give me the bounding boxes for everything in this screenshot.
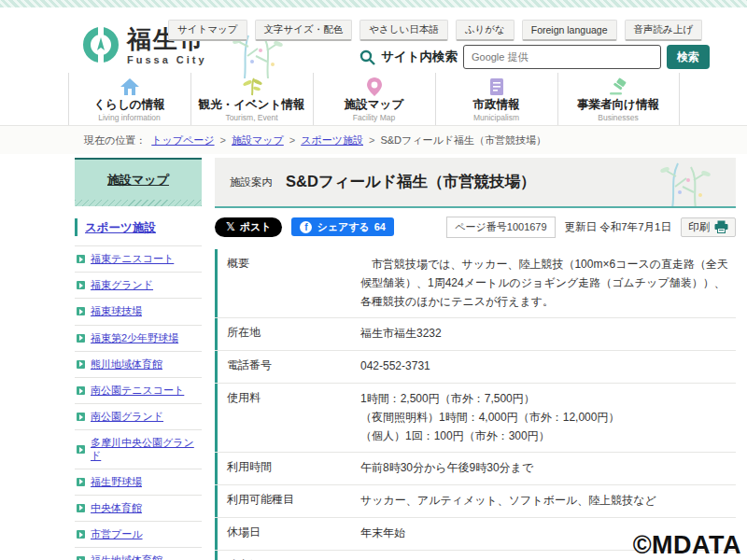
breadcrumb-link-facility-map[interactable]: 施設マップ: [232, 133, 284, 147]
sidebar-facility-item[interactable]: 南公園グランド: [75, 404, 202, 430]
utility-link[interactable]: Foreign language: [522, 20, 617, 41]
breadcrumb-link-sports[interactable]: スポーツ施設: [301, 133, 363, 147]
facility-row-label: 電話番号: [215, 351, 351, 383]
sidebar-facility-link[interactable]: 南公園グランド: [91, 411, 163, 423]
city-name-en: Fussa City: [127, 54, 207, 65]
sidebar-facility-item[interactable]: 福東テニスコート: [75, 246, 202, 273]
sidebar-facility-item[interactable]: 中央体育館: [75, 496, 202, 522]
printer-icon: [714, 220, 728, 233]
utility-link[interactable]: サイトマップ: [168, 20, 247, 41]
gavel-icon: [608, 77, 628, 96]
print-label: 印刷: [688, 220, 710, 234]
nav-item-business[interactable]: 事業者向け情報 Businesses: [557, 73, 680, 125]
sidebar-facility-link[interactable]: 福東第2少年野球場: [91, 332, 178, 344]
breadcrumb-link-home[interactable]: トップページ: [151, 133, 214, 147]
facility-row-label: 所在地: [215, 318, 351, 350]
sidebar-facility-item[interactable]: 福東第2少年野球場: [75, 326, 202, 352]
content-area: 施設マップ スポーツ施設 福東テニスコート 福東グランド 福東球技場 福東第2少…: [0, 154, 747, 560]
facility-row-value-line: 福生市福生3232: [360, 325, 732, 343]
nav-label: 市政情報: [473, 97, 520, 113]
utility-link[interactable]: ふりがな: [456, 20, 514, 41]
page: 福生市 Fussa City サイトマップ 文字サイズ・配色 やさしい日本語 ふ…: [0, 0, 747, 560]
nav-item-municipal[interactable]: 市政情報 Municipalism: [435, 73, 557, 125]
sidebar-header-label[interactable]: 施設マップ: [107, 173, 169, 187]
square-arrow-icon: [77, 386, 85, 395]
facility-row-label: 利用時間: [215, 453, 351, 484]
breadcrumb-separator: >: [289, 134, 295, 146]
sidebar-facility-item[interactable]: 市営プール: [75, 522, 202, 548]
sidebar-facility-link[interactable]: 福東グランド: [91, 279, 153, 291]
print-button[interactable]: 印刷: [681, 217, 736, 237]
sidebar-facility-item[interactable]: 多摩川中央公園グランド: [75, 430, 202, 469]
share-row: 𝕏 ポスト f シェアする 64 ページ番号1001679 更新日 令和7年7月…: [215, 217, 736, 237]
search-icon: [359, 49, 375, 65]
utility-link[interactable]: 音声読み上げ: [625, 20, 703, 41]
sidebar-facility-link[interactable]: 市営プール: [91, 528, 143, 540]
sidebar-facility-link[interactable]: 福東テニスコート: [91, 253, 174, 265]
nav-item-facility-map[interactable]: 施設マップ Facility Map: [313, 73, 435, 125]
sidebar-facility-link[interactable]: 熊川地域体育館: [91, 358, 162, 371]
sidebar-header[interactable]: 施設マップ: [75, 158, 202, 200]
facility-row-value-line: 市営競技場では、サッカー、陸上競技（100m×6コースの直走路（全天候型舗装）、…: [360, 256, 732, 311]
site-search: サイト内検索 検索: [359, 45, 710, 69]
square-arrow-icon: [77, 281, 85, 289]
sidebar-facility-link[interactable]: 多摩川中央公園グランド: [91, 437, 202, 461]
breadcrumb-separator: >: [369, 134, 374, 146]
search-input[interactable]: [463, 45, 661, 69]
breadcrumb-separator: >: [220, 134, 226, 146]
facility-table-row: 電話番号 042-552-3731: [215, 351, 736, 384]
sidebar-facility-link[interactable]: 福生野球場: [91, 476, 142, 488]
watermark: ©MDATA: [633, 531, 741, 560]
x-post-button[interactable]: 𝕏 ポスト: [215, 217, 282, 237]
sidebar-facility-item[interactable]: 福東グランド: [75, 273, 202, 299]
page-title-box: 施設案内 S&Dフィールド福生（市営競技場）: [215, 158, 736, 208]
facility-table-row: 概要 市営競技場では、サッカー、陸上競技（100m×6コースの直走路（全天候型舗…: [215, 249, 736, 318]
square-arrow-icon: [77, 334, 85, 343]
facility-row-value-line: 042-552-3731: [360, 357, 732, 376]
facility-row-value: 福生市福生3232: [351, 318, 736, 350]
sidebar-facility-item[interactable]: 熊川地域体育館: [75, 352, 202, 378]
sidebar-facility-list: 福東テニスコート 福東グランド 福東球技場 福東第2少年野球場 熊川地域体育館 …: [75, 245, 202, 560]
search-label: サイト内検索: [381, 49, 458, 65]
nav-item-tourism[interactable]: 観光・イベント情報 Tourism, Event: [190, 73, 313, 125]
decorative-top-stripe: [0, 0, 747, 7]
sidebar-facility-item[interactable]: 福生地域体育館: [75, 548, 202, 560]
document-icon: [489, 77, 504, 96]
facility-row-label: 駐車場: [215, 551, 351, 560]
facility-row-value: サッカー、アルティメット、ソフトボール、陸上競技など: [351, 485, 736, 517]
facility-row-value: 市営競技場では、サッカー、陸上競技（100m×6コースの直走路（全天候型舗装）、…: [351, 249, 736, 317]
sidebar-facility-link[interactable]: 中央体育館: [91, 502, 142, 514]
breadcrumb: 現在の位置： トップページ > 施設マップ > スポーツ施設 > S&Dフィール…: [0, 126, 747, 154]
sidebar-category-link[interactable]: スポーツ施設: [85, 221, 156, 234]
nav-sublabel: Businesses: [598, 113, 638, 122]
facebook-share-button[interactable]: f シェアする 64: [291, 217, 394, 236]
breadcrumb-current: S&Dフィールド福生（市営競技場）: [380, 133, 546, 147]
site-header: 福生市 Fussa City サイトマップ 文字サイズ・配色 やさしい日本語 ふ…: [0, 7, 747, 73]
facility-row-label: 利用可能種目: [215, 485, 351, 517]
facility-row-value-line: （夜間照明料）1時間：4,000円（市外：12,000円）: [360, 409, 732, 427]
utility-link[interactable]: やさしい日本語: [359, 20, 447, 41]
sidebar-facility-item[interactable]: 福東球技場: [75, 299, 202, 325]
main-content: 施設案内 S&Dフィールド福生（市営競技場） 𝕏 ポスト: [215, 158, 736, 560]
nav-label: 事業者向け情報: [577, 97, 659, 113]
facility-info-table: 概要 市営競技場では、サッカー、陸上競技（100m×6コースの直走路（全天候型舗…: [215, 249, 736, 560]
sidebar-category: スポーツ施設: [75, 218, 202, 236]
nav-item-living[interactable]: くらしの情報 Living information: [68, 73, 190, 125]
sidebar-facility-link[interactable]: 南公園テニスコート: [91, 385, 184, 397]
square-arrow-icon: [77, 478, 85, 486]
square-arrow-icon: [77, 504, 85, 512]
x-post-label: ポスト: [240, 220, 272, 234]
search-button[interactable]: 検索: [667, 45, 710, 69]
sidebar-facility-item[interactable]: 福生野球場: [75, 469, 202, 496]
bamboo-leaf-icon: [242, 77, 262, 96]
utility-link[interactable]: 文字サイズ・配色: [255, 20, 353, 41]
nav-label: くらしの情報: [93, 97, 164, 113]
square-arrow-icon: [77, 360, 85, 369]
sidebar-facility-link[interactable]: 福生地域体育館: [91, 554, 162, 560]
square-arrow-icon: [77, 307, 85, 315]
sidebar-facility-link[interactable]: 福東球技場: [91, 305, 142, 317]
sidebar-facility-item[interactable]: 南公園テニスコート: [75, 378, 202, 404]
facility-row-value: 午前8時30分から午後9時30分まで: [351, 453, 736, 484]
page-title: S&Dフィールド福生（市営競技場）: [286, 172, 535, 192]
facility-table-row: 利用時間 午前8時30分から午後9時30分まで: [215, 453, 736, 485]
